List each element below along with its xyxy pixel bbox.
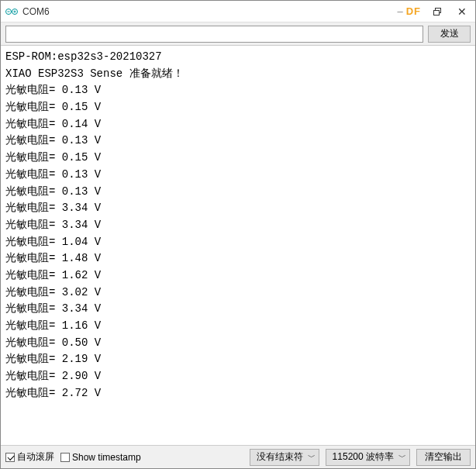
window-title: COM6	[22, 6, 397, 17]
console-line: 光敏电阻= 3.02 V	[5, 285, 471, 302]
baud-rate-value: 115200 波特率	[333, 450, 394, 464]
send-button[interactable]: 发送	[428, 26, 471, 43]
statusbar: 自动滚屏 Show timestamp 没有结束符 ﹀ 115200 波特率 ﹀…	[1, 445, 475, 468]
console-line: 光敏电阻= 0.13 V	[5, 184, 471, 201]
console-line: 光敏电阻= 1.48 V	[5, 250, 471, 267]
restore-button[interactable]	[426, 3, 449, 20]
console-line: 光敏电阻= 3.34 V	[5, 200, 471, 217]
console-line: 光敏电阻= 2.72 V	[5, 385, 471, 402]
autoscroll-label: 自动滚屏	[17, 450, 54, 464]
arduino-icon	[5, 5, 18, 18]
chevron-down-icon: ﹀	[308, 452, 316, 463]
send-toolbar: 发送	[1, 22, 475, 46]
console-line: 光敏电阻= 3.34 V	[5, 217, 471, 234]
console-line: 光敏电阻= 1.62 V	[5, 267, 471, 285]
line-ending-select[interactable]: 没有结束符 ﹀	[250, 449, 319, 466]
console-line: 光敏电阻= 0.15 V	[5, 99, 471, 116]
console-line: 光敏电阻= 2.19 V	[5, 351, 471, 368]
console-line: 光敏电阻= 0.50 V	[5, 335, 471, 352]
console-line: 光敏电阻= 0.13 V	[5, 133, 471, 150]
df-badge: DF	[406, 5, 421, 17]
console-line: 光敏电阻= 0.15 V	[5, 150, 471, 167]
timestamp-checkbox[interactable]: Show timestamp	[60, 452, 141, 463]
console-line: 光敏电阻= 2.90 V	[5, 368, 471, 385]
clear-output-button[interactable]: 清空输出	[416, 449, 471, 466]
checkbox-icon	[60, 453, 70, 462]
title-right-group: – DF ✕	[397, 3, 474, 20]
serial-send-input[interactable]	[5, 26, 423, 43]
close-button[interactable]: ✕	[450, 3, 474, 20]
checkbox-icon	[5, 453, 15, 462]
baud-rate-select[interactable]: 115200 波特率 ﹀	[326, 449, 410, 466]
timestamp-label: Show timestamp	[72, 452, 141, 463]
console-line: 光敏电阻= 0.13 V	[5, 167, 471, 184]
console-line: XIAO ESP32S3 Sense 准备就绪！	[5, 66, 471, 83]
badge-prefix: –	[397, 5, 402, 17]
console-line: ESP-ROM:esp32s3-20210327	[5, 49, 471, 66]
titlebar: COM6 – DF ✕	[1, 1, 475, 22]
console-line: 光敏电阻= 0.14 V	[5, 116, 471, 133]
close-icon: ✕	[457, 6, 467, 17]
console-line: 光敏电阻= 1.16 V	[5, 318, 471, 335]
console-line: 光敏电阻= 3.34 V	[5, 301, 471, 318]
console-line: 光敏电阻= 0.13 V	[5, 82, 471, 99]
chevron-down-icon: ﹀	[398, 452, 406, 463]
console-line: 光敏电阻= 1.04 V	[5, 234, 471, 251]
serial-console[interactable]: ESP-ROM:esp32s3-20210327XIAO ESP32S3 Sen…	[1, 46, 475, 445]
restore-icon	[433, 8, 441, 16]
autoscroll-checkbox[interactable]: 自动滚屏	[5, 450, 54, 464]
line-ending-value: 没有结束符	[257, 450, 303, 464]
